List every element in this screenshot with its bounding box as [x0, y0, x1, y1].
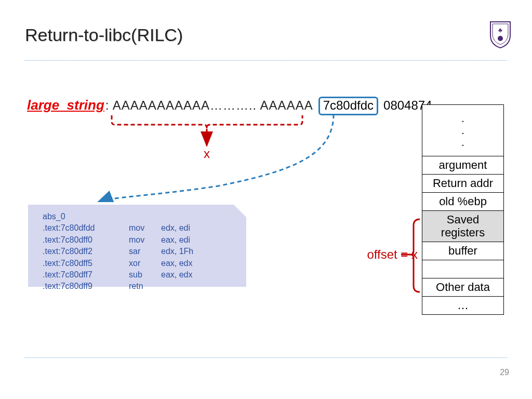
blue-curve	[99, 114, 334, 202]
divider-top	[25, 60, 507, 61]
stack-cell-saved-regs: Savedregisters	[422, 211, 504, 242]
stack-top-dots: ...	[422, 105, 504, 156]
stack-cell-spacer	[422, 260, 504, 278]
large-string-aaaa: : AAAAAAAAAAA……….. AAAAAA	[105, 98, 313, 113]
divider-bottom	[25, 357, 507, 358]
svg-point-1	[498, 36, 503, 41]
x-label: x	[204, 147, 210, 161]
large-string-label: large_string	[27, 97, 104, 113]
assembly-box: abs_0 .text:7c80dfddmovedx, edi .text:7c…	[28, 205, 246, 287]
boxed-address: 7c80dfdc	[318, 97, 378, 115]
offset-label: offset = x	[367, 247, 418, 262]
asm-header: abs_0	[43, 211, 239, 222]
stack-cell-other-data: Other data	[422, 278, 504, 296]
large-string-line: large_string : AAAAAAAAAAA……….. AAAAAA 7…	[27, 97, 432, 115]
svg-text:♣: ♣	[498, 26, 502, 34]
page-number: 29	[500, 368, 509, 377]
stack-cell-buffer: buffer	[422, 242, 504, 260]
slide-title: Return-to-libc(RILC)	[25, 25, 183, 45]
stack-diagram: ... argument Return addr old %ebp Savedr…	[422, 104, 504, 315]
red-brace	[112, 115, 302, 129]
stack-cell-argument: argument	[422, 156, 504, 175]
university-shield-icon: ♣	[488, 20, 512, 49]
stack-cell-return-addr: Return addr	[422, 175, 504, 193]
stack-cell-old-ebp: old %ebp	[422, 193, 504, 211]
stack-cell-ellipsis: …	[422, 296, 504, 314]
